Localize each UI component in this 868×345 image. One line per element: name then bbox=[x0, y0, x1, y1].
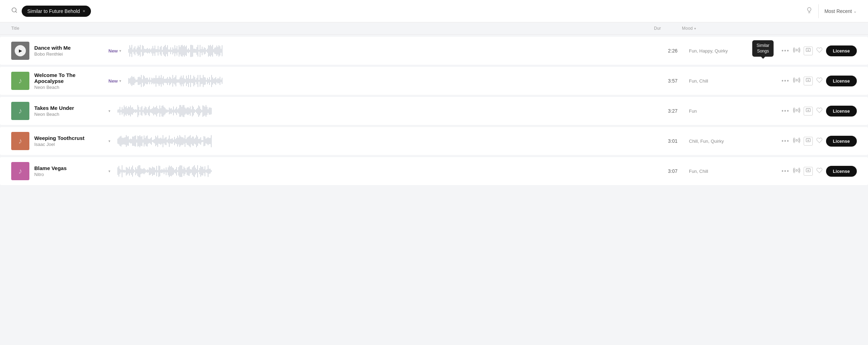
more-options-icon[interactable]: ••• bbox=[782, 108, 790, 114]
waveform-bar bbox=[197, 108, 198, 114]
waveform-bar bbox=[138, 107, 139, 115]
waveform-bar bbox=[155, 45, 155, 56]
waveform-bar bbox=[173, 140, 174, 142]
waveform-bar bbox=[159, 105, 160, 117]
waveform-bar bbox=[167, 110, 168, 113]
expand-chevron-icon[interactable]: ▾ bbox=[119, 79, 121, 83]
waveform-bar bbox=[155, 107, 156, 115]
waveform-bar bbox=[184, 45, 185, 57]
waveform-bar bbox=[138, 165, 139, 177]
waveform-bar bbox=[181, 76, 182, 86]
waveform-bar bbox=[202, 47, 202, 55]
waveform-bar bbox=[202, 167, 203, 176]
waveform-bar bbox=[154, 168, 155, 175]
waveform-bar bbox=[180, 136, 181, 146]
waveform-bar bbox=[120, 136, 120, 146]
waveform-bar bbox=[172, 47, 173, 55]
waveform-bar bbox=[210, 169, 211, 174]
favorite-icon[interactable] bbox=[816, 77, 823, 85]
add-to-playlist-icon[interactable] bbox=[804, 77, 813, 85]
waveform-bar bbox=[158, 166, 159, 177]
radio-icon[interactable] bbox=[793, 47, 800, 55]
expand-chevron-icon[interactable]: ▾ bbox=[108, 109, 111, 113]
waveform-bar bbox=[201, 110, 202, 112]
add-to-playlist-icon[interactable] bbox=[804, 137, 813, 146]
radio-icon[interactable] bbox=[793, 77, 800, 85]
waveform-bar bbox=[158, 46, 158, 56]
expand-chevron-icon[interactable]: ▾ bbox=[108, 139, 111, 143]
license-button[interactable]: License bbox=[826, 76, 857, 86]
favorite-icon[interactable] bbox=[816, 137, 823, 145]
waveform-bar bbox=[141, 75, 142, 87]
search-tag[interactable]: Similar to Future Behold × bbox=[22, 6, 91, 17]
favorite-icon[interactable] bbox=[816, 107, 823, 115]
new-badge: New ▾ bbox=[108, 48, 121, 54]
waveform[interactable] bbox=[128, 74, 661, 88]
waveform-bar bbox=[210, 107, 211, 115]
waveform-bar bbox=[194, 49, 195, 53]
waveform-bar bbox=[177, 79, 177, 83]
more-options-icon[interactable]: ••• bbox=[782, 138, 790, 144]
waveform-bar bbox=[169, 77, 170, 85]
waveform-bar bbox=[192, 167, 193, 175]
track-duration: 3:07 bbox=[668, 168, 689, 174]
waveform[interactable] bbox=[118, 164, 661, 178]
more-options-icon[interactable]: ••• bbox=[782, 78, 790, 84]
favorite-icon[interactable] bbox=[816, 47, 823, 55]
waveform-bar bbox=[209, 107, 209, 115]
waveform-bar bbox=[162, 106, 162, 117]
play-button[interactable]: ▶ bbox=[15, 45, 26, 56]
waveform-bar bbox=[170, 167, 171, 176]
add-to-playlist-icon[interactable] bbox=[804, 167, 813, 176]
waveform-bar bbox=[198, 45, 198, 57]
waveform-bar bbox=[167, 170, 168, 172]
sort-dropdown[interactable]: Most Recent ⌄ bbox=[824, 8, 857, 14]
search-icon[interactable] bbox=[11, 7, 17, 15]
waveform-bar bbox=[188, 107, 188, 115]
waveform-bar bbox=[184, 105, 184, 117]
waveform-bar bbox=[122, 138, 122, 145]
waveform-bar bbox=[194, 77, 195, 85]
waveform-bar bbox=[123, 109, 123, 113]
waveform-bar bbox=[164, 107, 164, 115]
waveform-bar bbox=[170, 108, 171, 114]
bulb-icon[interactable] bbox=[806, 7, 813, 15]
license-button[interactable]: License bbox=[826, 45, 857, 56]
favorite-icon[interactable] bbox=[816, 167, 823, 175]
radio-icon[interactable] bbox=[793, 167, 800, 175]
waveform-bar bbox=[158, 109, 159, 113]
sort-label: Most Recent bbox=[824, 8, 852, 14]
waveform-bar bbox=[157, 170, 158, 172]
waveform-bar bbox=[171, 166, 172, 176]
add-to-playlist-icon[interactable] bbox=[804, 47, 813, 55]
more-options-icon[interactable]: ••• bbox=[782, 48, 790, 54]
expand-chevron-icon[interactable]: ▾ bbox=[119, 49, 121, 53]
license-button[interactable]: License bbox=[826, 106, 857, 117]
waveform-bar bbox=[144, 49, 145, 53]
track-row: ♪ Welcome To The Apocalypse Neon Beach N… bbox=[0, 67, 868, 95]
waveform-bar bbox=[203, 75, 204, 87]
waveform[interactable] bbox=[118, 134, 661, 148]
expand-chevron-icon[interactable]: ▾ bbox=[108, 169, 111, 174]
track-artist: Isaac Joel bbox=[34, 142, 104, 147]
waveform-bar bbox=[203, 49, 204, 52]
close-icon[interactable]: × bbox=[83, 8, 85, 14]
waveform-bar bbox=[122, 165, 122, 177]
waveform-bar bbox=[168, 139, 169, 143]
radio-icon[interactable] bbox=[793, 137, 800, 145]
waveform-bar bbox=[152, 167, 153, 176]
radio-icon[interactable] bbox=[793, 107, 800, 115]
waveform[interactable] bbox=[128, 44, 661, 58]
track-mood: Fun bbox=[689, 108, 759, 114]
waveform-bar bbox=[184, 167, 184, 176]
col-mood-header[interactable]: Mood ▾ bbox=[682, 26, 759, 31]
more-options-icon[interactable]: ••• bbox=[782, 168, 790, 174]
add-to-playlist-icon[interactable] bbox=[804, 107, 813, 115]
waveform[interactable] bbox=[118, 104, 661, 118]
license-button[interactable]: License bbox=[826, 136, 857, 147]
waveform-bar bbox=[163, 105, 163, 117]
waveform-bar bbox=[215, 77, 216, 85]
license-button[interactable]: License bbox=[826, 166, 857, 177]
waveform-bar bbox=[146, 136, 147, 146]
waveform-bar bbox=[179, 166, 180, 177]
